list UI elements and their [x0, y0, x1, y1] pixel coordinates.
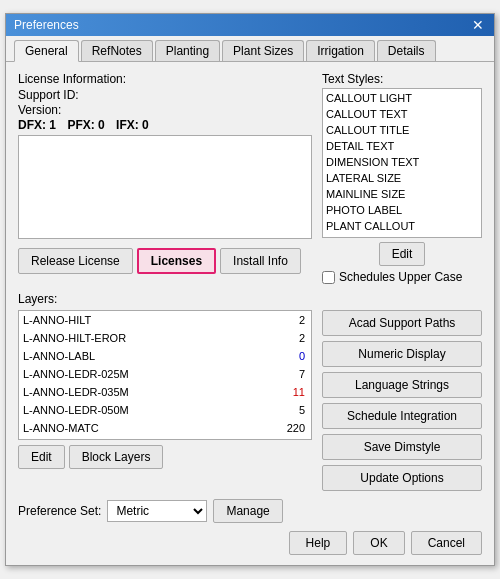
table-row[interactable]: L-ANNO-HILT-EROR 2: [19, 329, 311, 347]
list-item[interactable]: SCHEDULE TEXT: [324, 234, 480, 238]
layers-panel: L-ANNO-HILT 2 L-ANNO-HILT-EROR 2 L-ANNO-…: [18, 310, 312, 491]
licenses-button[interactable]: Licenses: [137, 248, 216, 274]
update-options-button[interactable]: Update Options: [322, 465, 482, 491]
list-item[interactable]: PHOTO LABEL: [324, 202, 480, 218]
pfx-value: 0: [98, 118, 105, 132]
layer-value: 5: [250, 401, 311, 419]
list-item[interactable]: LATERAL SIZE: [324, 170, 480, 186]
layer-value: 74: [250, 437, 311, 439]
tab-refnotes[interactable]: RefNotes: [81, 40, 153, 61]
block-layers-button[interactable]: Block Layers: [69, 445, 164, 469]
dfx-label: DFX:: [18, 118, 46, 132]
layer-value: 2: [250, 329, 311, 347]
preference-set-select[interactable]: Metric: [107, 500, 207, 522]
layer-value: 2: [250, 311, 311, 329]
schedules-upper-case-label: Schedules Upper Case: [339, 270, 462, 284]
layer-name: L-ANNO-MATC: [19, 419, 250, 437]
layer-name: L-ANNO-HILT-EROR: [19, 329, 250, 347]
table-row[interactable]: L-ANNO-SCHD-LINE 74: [19, 437, 311, 439]
window-title: Preferences: [14, 18, 79, 32]
text-styles-listbox[interactable]: CALLOUT LIGHT CALLOUT TEXT CALLOUT TITLE…: [322, 88, 482, 238]
layer-name: L-ANNO-LEDR-035M: [19, 383, 250, 401]
schedule-integration-button[interactable]: Schedule Integration: [322, 403, 482, 429]
save-dimstyle-button[interactable]: Save Dimstyle: [322, 434, 482, 460]
license-info-label: License Information:: [18, 72, 312, 86]
layer-value: 7: [250, 365, 311, 383]
table-row[interactable]: L-ANNO-LEDR-025M 7: [19, 365, 311, 383]
install-info-button[interactable]: Install Info: [220, 248, 301, 274]
layers-listbox[interactable]: L-ANNO-HILT 2 L-ANNO-HILT-EROR 2 L-ANNO-…: [19, 311, 311, 439]
layer-value: 0: [250, 347, 311, 365]
text-styles-edit-button[interactable]: Edit: [379, 242, 426, 266]
pfx-label: PFX:: [67, 118, 94, 132]
list-item[interactable]: DETAIL TEXT: [324, 138, 480, 154]
layers-buttons: Edit Block Layers: [18, 445, 312, 469]
main-content: License Information: Support ID: Version…: [6, 62, 494, 565]
support-id-label: Support ID:: [18, 88, 312, 102]
preference-set-label: Preference Set:: [18, 504, 101, 518]
layer-value: 11: [250, 383, 311, 401]
table-row[interactable]: L-ANNO-LABL 0: [19, 347, 311, 365]
list-item[interactable]: MAINLINE SIZE: [324, 186, 480, 202]
list-item[interactable]: DIMENSION TEXT: [324, 154, 480, 170]
tab-details[interactable]: Details: [377, 40, 436, 61]
license-textarea[interactable]: [18, 135, 312, 239]
tab-plant-sizes[interactable]: Plant Sizes: [222, 40, 304, 61]
table-row[interactable]: L-ANNO-LEDR-035M 11: [19, 383, 311, 401]
tab-planting[interactable]: Planting: [155, 40, 220, 61]
close-button[interactable]: ✕: [470, 18, 486, 32]
layers-table: L-ANNO-HILT 2 L-ANNO-HILT-EROR 2 L-ANNO-…: [19, 311, 311, 439]
help-button[interactable]: Help: [289, 531, 348, 555]
layer-value: 220: [250, 419, 311, 437]
release-license-button[interactable]: Release License: [18, 248, 133, 274]
tab-general[interactable]: General: [14, 40, 79, 62]
ok-button[interactable]: OK: [353, 531, 404, 555]
layer-name: L-ANNO-LEDR-025M: [19, 365, 250, 383]
bottom-buttons: Help OK Cancel: [18, 531, 482, 555]
layers-label: Layers:: [18, 292, 482, 306]
layer-name: L-ANNO-LEDR-050M: [19, 401, 250, 419]
layers-wrapper: L-ANNO-HILT 2 L-ANNO-HILT-EROR 2 L-ANNO-…: [18, 310, 312, 440]
right-action-buttons: Acad Support Paths Numeric Display Langu…: [322, 310, 482, 491]
numeric-display-button[interactable]: Numeric Display: [322, 341, 482, 367]
table-row[interactable]: L-ANNO-HILT 2: [19, 311, 311, 329]
dfx-value: 1: [49, 118, 56, 132]
list-item[interactable]: CALLOUT TEXT: [324, 106, 480, 122]
acad-support-paths-button[interactable]: Acad Support Paths: [322, 310, 482, 336]
top-section: License Information: Support ID: Version…: [18, 72, 482, 284]
version-label: Version:: [18, 103, 312, 117]
language-strings-button[interactable]: Language Strings: [322, 372, 482, 398]
license-buttons: Release License Licenses Install Info: [18, 248, 312, 274]
layer-name: L-ANNO-SCHD-LINE: [19, 437, 250, 439]
layers-edit-button[interactable]: Edit: [18, 445, 65, 469]
dfx-pfx-ifx-row: DFX: 1 PFX: 0 IFX: 0: [18, 118, 312, 132]
text-styles-edit-row: Edit: [322, 242, 482, 266]
cancel-button[interactable]: Cancel: [411, 531, 482, 555]
list-item[interactable]: CALLOUT LIGHT: [324, 90, 480, 106]
layer-name: L-ANNO-LABL: [19, 347, 250, 365]
preference-set-row: Preference Set: Metric Manage: [18, 499, 482, 523]
left-panel: License Information: Support ID: Version…: [18, 72, 312, 284]
text-styles-label: Text Styles:: [322, 72, 482, 86]
ifx-label: IFX:: [116, 118, 139, 132]
table-row[interactable]: L-ANNO-LEDR-050M 5: [19, 401, 311, 419]
table-row[interactable]: L-ANNO-MATC 220: [19, 419, 311, 437]
tab-bar: General RefNotes Planting Plant Sizes Ir…: [6, 36, 494, 62]
layer-name: L-ANNO-HILT: [19, 311, 250, 329]
manage-button[interactable]: Manage: [213, 499, 282, 523]
tab-irrigation[interactable]: Irrigation: [306, 40, 375, 61]
right-panel: Text Styles: CALLOUT LIGHT CALLOUT TEXT …: [322, 72, 482, 284]
title-bar: Preferences ✕: [6, 14, 494, 36]
layers-section: L-ANNO-HILT 2 L-ANNO-HILT-EROR 2 L-ANNO-…: [18, 310, 482, 491]
list-item[interactable]: PLANT CALLOUT: [324, 218, 480, 234]
preferences-window: Preferences ✕ General RefNotes Planting …: [5, 13, 495, 566]
ifx-value: 0: [142, 118, 149, 132]
schedules-upper-case-checkbox[interactable]: [322, 271, 335, 284]
schedules-upper-case-row: Schedules Upper Case: [322, 270, 482, 284]
list-item[interactable]: CALLOUT TITLE: [324, 122, 480, 138]
